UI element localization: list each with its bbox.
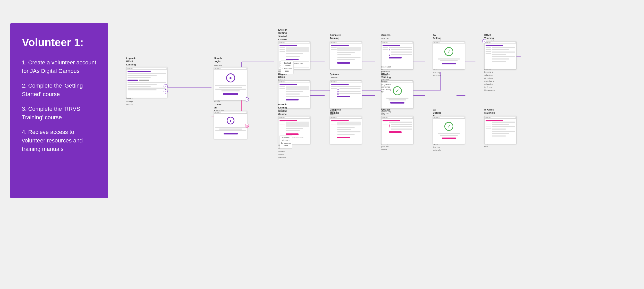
quizzes-bottom-title: Quizzes (381, 108, 391, 111)
panel-title: Volunteer 1: (22, 36, 97, 49)
badge-1a: 1 (164, 84, 168, 88)
complete-training-bottom-screen (330, 116, 362, 144)
step-1: 1. Create a volunteer account for JAs Di… (22, 58, 97, 75)
badge-12: 1.2 (245, 97, 249, 101)
badge-22: 2.2 (245, 124, 249, 128)
complete-training-top-screen (330, 41, 362, 70)
connections-svg (118, 15, 634, 274)
quizzes-bottom-screen (381, 116, 413, 144)
left-panel: Volunteer 1: 1. Create a volunteer accou… (10, 23, 108, 198)
quizzes-mid-title: Quizzes (330, 73, 339, 76)
moodle-login-screen: ● (214, 67, 247, 100)
badge-7: 7 (482, 39, 486, 43)
step-3: 3. Complete the 'RRVS Training' course (22, 105, 97, 122)
quizzes-top-screen (381, 41, 413, 70)
complete-training-bottom-title: Complete Training (330, 108, 341, 115)
step-2: 2. Complete the 'Getting Started' course (22, 81, 97, 98)
login-landing-screen (126, 67, 167, 98)
create-account-screen: ● (214, 111, 247, 139)
moodle-login-title: Moodle Login (214, 57, 222, 63)
flow-area: Login 4: RRVS Landing Page User 1 who ha… (118, 15, 634, 274)
contact-box-bottom: ContactCharlesfor accesscode (279, 135, 292, 149)
badge-1b: 1 (164, 89, 168, 94)
inclass-materials-title: In-Class Materials (484, 108, 495, 115)
rrvs-materials-top-screen (484, 41, 516, 70)
main-container: Volunteer 1: 1. Create a volunteer accou… (0, 0, 644, 289)
inclass-materials-screen (484, 116, 516, 144)
step-4: 4. Recieve access to volunteer resources… (22, 128, 97, 153)
quizzes-top-title: Quizzes (381, 33, 391, 37)
complete-training-top-title: Complete Training (330, 33, 341, 40)
ja-complete-bottom-screen: ✓ (433, 116, 465, 144)
contact-box-top: ContactCharlesfor accesscode (281, 61, 294, 74)
quizzes-mid-screen (330, 80, 362, 109)
ja-complete-top-screen: ✓ (433, 41, 465, 70)
